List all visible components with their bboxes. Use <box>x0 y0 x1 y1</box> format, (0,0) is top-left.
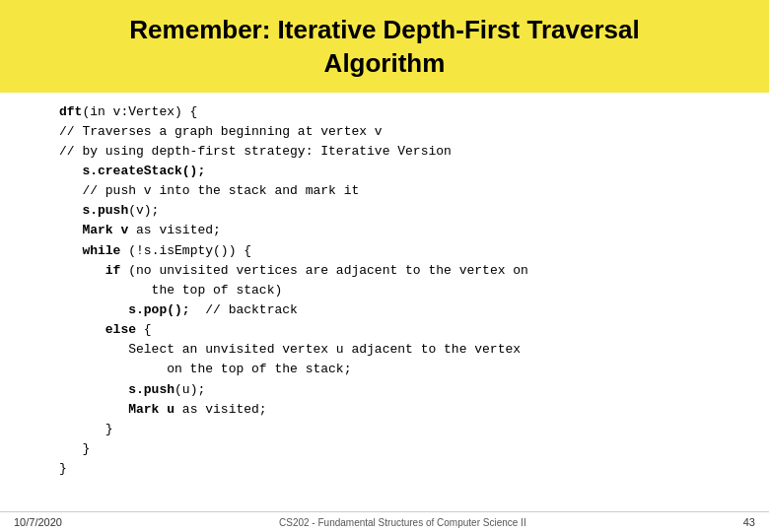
title-line1: Remember: Iterative Depth-First Traversa… <box>20 14 749 47</box>
title-line2: Algorithm <box>20 47 749 81</box>
footer-page: 43 <box>743 516 755 528</box>
footer-date: 10/7/2020 <box>14 516 62 528</box>
slide-container: Remember: Iterative Depth-First Traversa… <box>0 0 769 532</box>
slide-body: dft(in v:Vertex) { // Traverses a graph … <box>0 93 769 511</box>
footer-course: CS202 - Fundamental Structures of Comput… <box>62 517 743 528</box>
slide-footer: 10/7/2020 CS202 - Fundamental Structures… <box>0 511 769 532</box>
slide-title: Remember: Iterative Depth-First Traversa… <box>0 0 769 93</box>
code-block: dft(in v:Vertex) { // Traverses a graph … <box>59 102 710 480</box>
